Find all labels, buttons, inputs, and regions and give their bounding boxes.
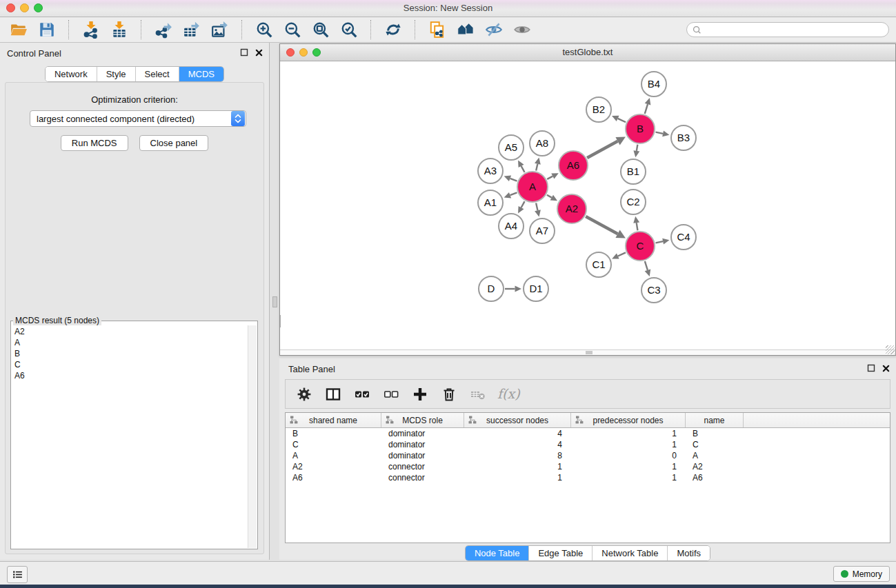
node-label-C1: C1 <box>592 258 605 270</box>
zoom-fit-icon[interactable] <box>309 19 332 40</box>
mcds-result-item[interactable]: A <box>14 337 246 348</box>
close-window-button[interactable] <box>6 3 15 12</box>
zoom-selected-icon[interactable] <box>337 19 361 40</box>
mcds-result-item[interactable]: A2 <box>14 326 246 337</box>
close-table-panel-icon[interactable] <box>882 365 890 372</box>
mcds-result-item[interactable]: A6 <box>14 370 246 381</box>
table-cell: 1 <box>464 461 571 472</box>
edge-A-A6[interactable] <box>547 176 552 179</box>
network-minimize-button[interactable] <box>299 48 308 57</box>
mcds-result-item[interactable]: C <box>14 359 246 370</box>
select-all-icon[interactable] <box>352 385 371 403</box>
edge-C-C2[interactable] <box>637 223 638 230</box>
column-header-shared-name[interactable]: shared name <box>286 413 381 427</box>
hide-selected-icon[interactable] <box>482 19 506 40</box>
column-header-successor-nodes[interactable]: successor nodes <box>464 413 571 427</box>
mcds-result-list: A2ABCA6 <box>12 325 248 548</box>
application-window: Session: New Session Control Panel Netwo… <box>0 0 896 588</box>
edge-A-A1[interactable] <box>510 192 517 195</box>
close-panel-icon[interactable] <box>255 49 263 57</box>
status-bar: Memory <box>0 561 896 585</box>
deselect-all-icon[interactable] <box>381 385 400 403</box>
memory-button[interactable]: Memory <box>833 566 890 582</box>
network-canvas[interactable]: B4B2BB3A8A5A6A3B1AA1C2A2A4A7C4CC1C3DD1 <box>280 61 895 350</box>
table-cell: B <box>286 428 381 439</box>
network-maximize-button[interactable] <box>312 48 321 57</box>
panel-divider-handle[interactable] <box>272 296 277 307</box>
float-panel-icon[interactable] <box>240 48 248 57</box>
edge-B-B4[interactable] <box>645 104 648 114</box>
edge-A6-B[interactable] <box>587 141 617 158</box>
edge-C-C4[interactable] <box>656 241 664 243</box>
edge-A-A7[interactable] <box>536 203 537 210</box>
network-close-button[interactable] <box>286 48 295 57</box>
tab-mcds[interactable]: MCDS <box>179 67 223 81</box>
edge-B-B2[interactable] <box>618 119 626 122</box>
edge-C-C3[interactable] <box>645 261 648 270</box>
table-row[interactable]: Adominator80A <box>286 450 890 461</box>
column-header-mcds-role[interactable]: MCDS role <box>381 413 464 427</box>
import-network-icon[interactable] <box>79 19 103 40</box>
column-header-predecessor-nodes[interactable]: predecessor nodes <box>571 413 686 427</box>
zoom-in-icon[interactable] <box>252 19 276 40</box>
settings-icon[interactable] <box>295 385 313 403</box>
edge-B-B1[interactable] <box>637 145 637 151</box>
table-row[interactable]: Cdominator41C <box>286 439 890 450</box>
canvas-horizontal-scroll-thumb[interactable] <box>586 351 593 354</box>
search-input[interactable] <box>705 24 883 35</box>
tab-select[interactable]: Select <box>136 67 179 81</box>
save-session-icon[interactable] <box>35 19 59 40</box>
edge-A-A3[interactable] <box>510 179 517 181</box>
canvas-vertical-scroll-thumb[interactable] <box>280 315 281 327</box>
create-icon[interactable] <box>410 385 429 403</box>
column-header-name[interactable]: name <box>686 413 744 427</box>
export-network-icon[interactable] <box>152 19 175 40</box>
tab-edge-table[interactable]: Edge Table <box>529 546 593 560</box>
zoom-out-icon[interactable] <box>281 19 304 40</box>
export-table-icon[interactable] <box>180 19 203 40</box>
show-column-icon[interactable] <box>323 385 342 403</box>
edge-A-A4[interactable] <box>521 201 525 207</box>
network-view-window: testGlobe.txt B4B2BB3A8A5A6A3B1AA1C2A2A4… <box>279 43 896 356</box>
search-box[interactable] <box>686 22 889 37</box>
criterion-select[interactable]: largest connected component (directed) <box>30 110 246 127</box>
table-row[interactable]: A6connector11A6 <box>286 472 890 483</box>
edge-A-A5[interactable] <box>521 166 525 172</box>
edge-C-C1[interactable] <box>618 252 626 256</box>
export-image-icon[interactable] <box>208 19 232 40</box>
window-resize-grip[interactable] <box>886 345 895 354</box>
table-cell: 4 <box>464 439 571 450</box>
close-panel-button[interactable]: Close panel <box>139 135 209 151</box>
node-label-B4: B4 <box>648 78 660 90</box>
edge-B-B3[interactable] <box>656 132 664 134</box>
run-mcds-button[interactable]: Run MCDS <box>61 135 128 151</box>
float-table-panel-icon[interactable] <box>867 364 875 372</box>
tab-style[interactable]: Style <box>97 67 136 81</box>
canvas-horizontal-scrollbar[interactable] <box>280 349 895 355</box>
open-session-icon[interactable] <box>7 19 30 40</box>
table-row[interactable]: Bdominator41B <box>286 428 890 439</box>
edge-A2-C[interactable] <box>586 216 617 234</box>
tab-node-table[interactable]: Node Table <box>466 546 530 560</box>
arrowhead-icon <box>662 239 669 245</box>
first-neighbors-icon[interactable] <box>454 19 477 40</box>
refresh-icon[interactable] <box>381 19 405 40</box>
toolbar-separator <box>415 20 416 39</box>
control-panel: Control Panel NetworkStyleSelectMCDS Opt… <box>0 43 270 560</box>
tab-network-table[interactable]: Network Table <box>593 546 668 560</box>
table-row[interactable]: A2connector11A2 <box>286 461 890 472</box>
tab-motifs[interactable]: Motifs <box>668 546 710 560</box>
duplicate-network-icon[interactable] <box>426 19 449 40</box>
tab-network[interactable]: Network <box>46 67 97 81</box>
import-table-icon[interactable] <box>108 19 131 40</box>
mcds-result-item[interactable]: B <box>14 348 246 359</box>
task-history-button[interactable] <box>7 566 28 583</box>
table-cell: 1 <box>571 428 686 439</box>
table-header-row: shared nameMCDS rolesuccessor nodesprede… <box>286 413 890 428</box>
delete-icon[interactable] <box>439 385 458 403</box>
edge-A-A2[interactable] <box>547 195 552 198</box>
result-list-scrollbar[interactable] <box>248 325 257 548</box>
maximize-window-button[interactable] <box>34 3 43 12</box>
edge-A-A8[interactable] <box>536 164 537 171</box>
minimize-window-button[interactable] <box>20 3 29 12</box>
